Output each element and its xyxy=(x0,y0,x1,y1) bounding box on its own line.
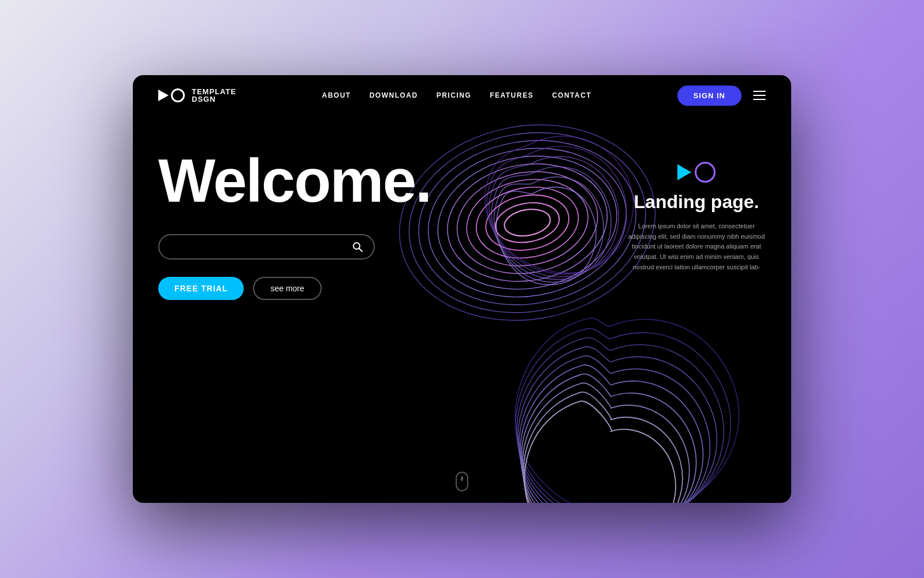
svg-line-13 xyxy=(359,249,363,252)
logo-area[interactable]: TEMPLATE DSGN xyxy=(158,88,236,103)
nav-right: SIGN IN xyxy=(677,86,766,106)
svg-point-11 xyxy=(502,206,553,239)
nav-contact[interactable]: CONTACT xyxy=(552,91,591,99)
svg-point-1 xyxy=(394,116,660,331)
signin-button[interactable]: SIGN IN xyxy=(677,86,742,106)
landing-description: Lorem ipsum dolor sit amet, consectetuer… xyxy=(627,221,766,272)
logo-text: TEMPLATE DSGN xyxy=(192,88,236,103)
landing-page-title: Landing page. xyxy=(627,192,766,212)
hero-content: Welcome. FREE TRIAL see more xyxy=(158,150,431,300)
svg-point-7 xyxy=(460,170,595,275)
nav-download[interactable]: DOWNLOAD xyxy=(370,91,418,99)
nav-about[interactable]: ABOUT xyxy=(322,91,351,99)
landing-circle-icon xyxy=(695,162,716,183)
search-bar xyxy=(158,234,375,260)
search-button[interactable] xyxy=(352,241,363,253)
scroll-mouse-icon xyxy=(456,472,468,491)
nav-links: ABOUT DOWNLOAD PRICING FEATURES CONTACT xyxy=(322,91,591,99)
logo-triangle-icon xyxy=(158,90,169,101)
scroll-indicator xyxy=(456,472,468,491)
free-trial-button[interactable]: FREE TRIAL xyxy=(158,277,244,300)
search-icon xyxy=(352,241,363,253)
search-input[interactable] xyxy=(170,242,352,252)
scroll-dot xyxy=(461,476,463,481)
browser-window: TEMPLATE DSGN ABOUT DOWNLOAD PRICING FEA… xyxy=(133,75,791,503)
see-more-button[interactable]: see more xyxy=(253,277,321,300)
welcome-title: Welcome. xyxy=(158,150,431,211)
logo-circle-icon xyxy=(171,88,185,102)
nav-pricing[interactable]: PRICING xyxy=(437,91,472,99)
logo-icon xyxy=(158,88,185,102)
hero-section: Welcome. FREE TRIAL see more xyxy=(133,116,791,503)
svg-point-3 xyxy=(416,133,638,312)
svg-point-10 xyxy=(492,198,562,247)
hamburger-menu-icon[interactable] xyxy=(753,91,766,100)
landing-info: Landing page. Lorem ipsum dolor sit amet… xyxy=(627,162,766,272)
svg-point-2 xyxy=(405,124,649,321)
cta-buttons: FREE TRIAL see more xyxy=(158,277,431,300)
landing-triangle-icon xyxy=(677,164,691,180)
landing-logo-icon xyxy=(627,162,766,183)
navbar: TEMPLATE DSGN ABOUT DOWNLOAD PRICING FEA… xyxy=(133,75,791,116)
nav-features[interactable]: FEATURES xyxy=(490,91,534,99)
logo-line2: DSGN xyxy=(192,95,236,103)
